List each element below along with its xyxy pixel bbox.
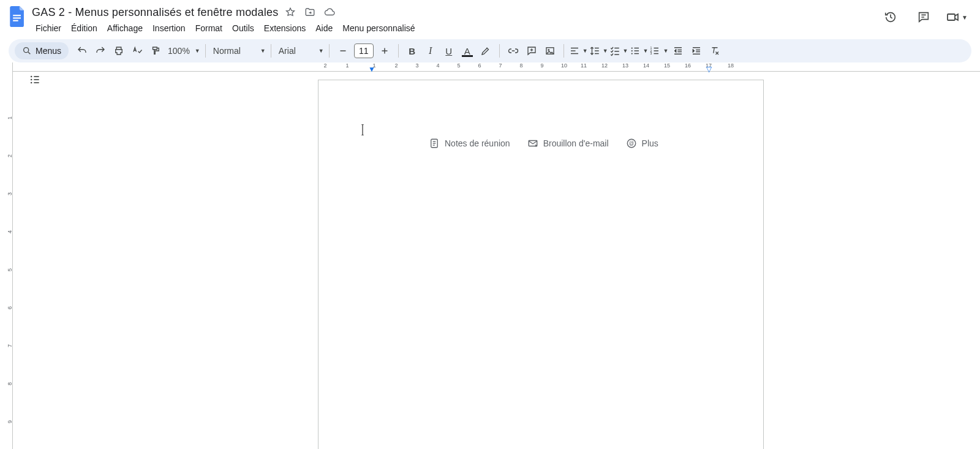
undo-button[interactable] [74,42,91,59]
checklist-dropdown[interactable]: ▼ [609,45,628,56]
increase-font-size-button[interactable] [376,42,393,59]
print-button[interactable] [110,42,127,59]
menu-edit[interactable]: Édition [67,22,101,34]
svg-point-36 [31,79,32,81]
horizontal-ruler: 21123456789101112131415161718 ▼ ▽ [13,62,980,72]
decrease-indent-button[interactable] [669,42,687,59]
menu-custom[interactable]: Menu personnalisé [339,22,418,34]
document-outline-button[interactable] [25,70,45,89]
svg-text:@: @ [628,141,633,146]
right-indent-marker[interactable]: ▽ [706,65,712,74]
svg-rect-2 [13,20,18,21]
history-icon[interactable] [880,6,902,28]
menu-format[interactable]: Format [192,22,226,34]
move-folder-icon[interactable] [303,5,317,20]
menus-search-label: Menus [36,46,61,56]
svg-point-35 [31,76,32,78]
menus-search-button[interactable]: Menus [15,42,69,59]
app-header: GAS 2 - Menus personnalisés et fenêtre m… [0,0,980,38]
underline-button[interactable]: U [440,42,458,59]
meet-button[interactable]: ▼ [946,6,968,28]
email-draft-chip[interactable]: Brouillon d'e-mail [527,138,609,149]
line-spacing-dropdown[interactable]: ▼ [589,45,608,56]
chevron-down-icon: ▼ [962,14,968,21]
svg-point-37 [31,82,32,84]
redo-button[interactable] [92,42,109,59]
menu-extensions[interactable]: Extensions [260,22,309,34]
svg-point-11 [548,49,549,50]
increase-indent-button[interactable] [688,42,705,59]
comments-icon[interactable] [913,6,935,28]
svg-point-3 [24,48,29,53]
chip-label: Plus [642,138,658,148]
text-cursor-icon [360,124,366,135]
svg-text:3: 3 [650,51,652,55]
clear-formatting-button[interactable] [706,42,723,59]
more-chip[interactable]: @ Plus [626,138,658,149]
vertical-ruler: 12345678910 [0,62,13,449]
decrease-font-size-button[interactable] [334,42,352,59]
menu-tools[interactable]: Outils [228,22,258,34]
svg-line-4 [28,52,30,54]
text-color-button[interactable]: A [459,42,476,59]
font-dropdown[interactable]: Arial▼ [276,46,324,56]
menu-view[interactable]: Affichage [104,22,146,34]
paint-format-button[interactable] [147,42,164,59]
add-comment-button[interactable] [523,42,540,59]
zoom-dropdown[interactable]: 100%▼ [165,46,200,56]
bulleted-list-dropdown[interactable]: ▼ [630,45,649,56]
menu-help[interactable]: Aide [312,22,336,34]
insert-link-button[interactable] [505,42,522,59]
bold-button[interactable]: B [404,42,421,59]
star-icon[interactable] [283,5,298,20]
font-size-input[interactable]: 11 [354,43,374,58]
menu-insert[interactable]: Insertion [149,22,189,34]
italic-button[interactable]: I [422,42,439,59]
document-title[interactable]: GAS 2 - Menus personnalisés et fenêtre m… [32,6,278,19]
svg-rect-1 [13,17,21,18]
menubar: Fichier Édition Affichage Insertion Form… [32,21,880,36]
cloud-saved-icon[interactable] [322,5,337,20]
insert-image-button[interactable] [541,42,559,59]
toolbar: Menus 100%▼ Normal▼ Arial▼ 11 B I U A ▼ … [9,39,971,62]
align-dropdown[interactable]: ▼ [569,45,588,56]
numbered-list-dropdown[interactable]: 123▼ [649,45,668,56]
chip-label: Notes de réunion [445,138,510,148]
svg-point-16 [631,50,632,51]
paragraph-style-dropdown[interactable]: Normal▼ [211,46,266,56]
docs-logo[interactable] [6,5,29,28]
meeting-notes-chip[interactable]: Notes de réunion [429,138,510,149]
spellcheck-button[interactable] [129,42,146,59]
svg-rect-0 [13,15,21,16]
svg-point-17 [631,53,632,54]
document-page[interactable]: Notes de réunion Brouillon d'e-mail @ Pl… [318,80,764,449]
highlight-button[interactable] [477,42,494,59]
menu-file[interactable]: Fichier [32,22,65,34]
chip-label: Brouillon d'e-mail [543,138,609,148]
left-indent-marker[interactable]: ▼ [368,65,375,74]
svg-point-15 [631,47,632,48]
